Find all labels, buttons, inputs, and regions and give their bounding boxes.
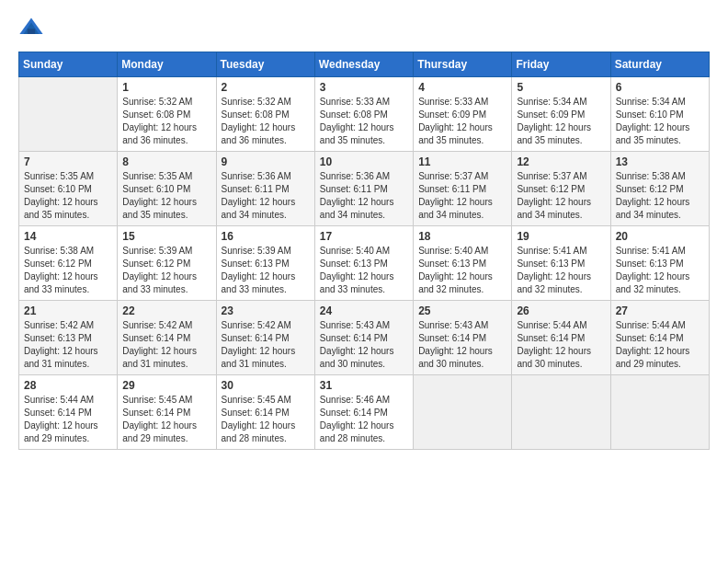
day-cell: 6Sunrise: 5:34 AMSunset: 6:10 PMDaylight…: [610, 77, 709, 152]
day-cell: 8Sunrise: 5:35 AMSunset: 6:10 PMDaylight…: [118, 152, 216, 226]
day-cell: 3Sunrise: 5:33 AMSunset: 6:08 PMDaylight…: [314, 77, 413, 152]
day-number: 24: [320, 304, 408, 317]
day-number: 1: [122, 81, 210, 94]
day-cell: 4Sunrise: 5:33 AMSunset: 6:09 PMDaylight…: [414, 77, 512, 152]
day-info: Sunrise: 5:40 AMSunset: 6:13 PMDaylight:…: [320, 245, 408, 296]
day-number: 2: [222, 81, 310, 94]
day-number: 26: [517, 304, 605, 317]
day-info: Sunrise: 5:38 AMSunset: 6:12 PMDaylight:…: [616, 170, 704, 222]
day-cell: 7Sunrise: 5:35 AMSunset: 6:10 PMDaylight…: [19, 152, 118, 226]
day-info: Sunrise: 5:45 AMSunset: 6:14 PMDaylight:…: [122, 394, 210, 445]
logo-icon: [18, 15, 44, 40]
day-number: 20: [616, 230, 704, 243]
day-header-wednesday: Wednesday: [314, 52, 413, 77]
day-cell: 13Sunrise: 5:38 AMSunset: 6:12 PMDayligh…: [610, 152, 709, 226]
day-info: Sunrise: 5:43 AMSunset: 6:14 PMDaylight:…: [320, 319, 408, 371]
day-cell: 5Sunrise: 5:34 AMSunset: 6:09 PMDaylight…: [512, 77, 610, 152]
day-info: Sunrise: 5:36 AMSunset: 6:11 PMDaylight:…: [320, 170, 408, 222]
day-info: Sunrise: 5:42 AMSunset: 6:14 PMDaylight:…: [122, 319, 210, 371]
day-cell: 15Sunrise: 5:39 AMSunset: 6:12 PMDayligh…: [118, 226, 216, 301]
day-header-saturday: Saturday: [610, 52, 709, 77]
day-cell: 20Sunrise: 5:41 AMSunset: 6:13 PMDayligh…: [610, 226, 709, 301]
week-row-5: 28Sunrise: 5:44 AMSunset: 6:14 PMDayligh…: [19, 375, 710, 450]
day-number: 28: [24, 379, 112, 392]
day-cell: 17Sunrise: 5:40 AMSunset: 6:13 PMDayligh…: [314, 226, 413, 301]
day-cell: [19, 77, 118, 152]
day-info: Sunrise: 5:36 AMSunset: 6:11 PMDaylight:…: [222, 170, 310, 222]
day-info: Sunrise: 5:44 AMSunset: 6:14 PMDaylight:…: [517, 319, 605, 371]
day-number: 5: [517, 81, 605, 94]
day-header-tuesday: Tuesday: [216, 52, 314, 77]
day-header-monday: Monday: [118, 52, 216, 77]
day-info: Sunrise: 5:35 AMSunset: 6:10 PMDaylight:…: [122, 170, 210, 222]
day-cell: [512, 375, 610, 450]
day-cell: 27Sunrise: 5:44 AMSunset: 6:14 PMDayligh…: [610, 301, 709, 375]
day-number: 15: [122, 230, 210, 243]
day-info: Sunrise: 5:41 AMSunset: 6:13 PMDaylight:…: [517, 245, 605, 296]
day-number: 9: [222, 155, 310, 168]
day-number: 8: [122, 155, 210, 168]
day-info: Sunrise: 5:40 AMSunset: 6:13 PMDaylight:…: [418, 245, 506, 296]
day-number: 14: [24, 230, 112, 243]
day-info: Sunrise: 5:34 AMSunset: 6:09 PMDaylight:…: [517, 96, 605, 147]
day-header-friday: Friday: [512, 52, 610, 77]
day-info: Sunrise: 5:38 AMSunset: 6:12 PMDaylight:…: [24, 245, 112, 296]
day-number: 21: [24, 304, 112, 317]
day-info: Sunrise: 5:39 AMSunset: 6:13 PMDaylight:…: [222, 245, 310, 296]
header: [18, 15, 710, 40]
calendar-table: SundayMondayTuesdayWednesdayThursdayFrid…: [18, 52, 710, 450]
day-number: 29: [122, 379, 210, 392]
day-cell: 16Sunrise: 5:39 AMSunset: 6:13 PMDayligh…: [216, 226, 314, 301]
day-number: 3: [320, 81, 408, 94]
week-row-3: 14Sunrise: 5:38 AMSunset: 6:12 PMDayligh…: [19, 226, 710, 301]
day-cell: 14Sunrise: 5:38 AMSunset: 6:12 PMDayligh…: [19, 226, 118, 301]
day-cell: 10Sunrise: 5:36 AMSunset: 6:11 PMDayligh…: [314, 152, 413, 226]
day-info: Sunrise: 5:43 AMSunset: 6:14 PMDaylight:…: [418, 319, 506, 371]
day-cell: 21Sunrise: 5:42 AMSunset: 6:13 PMDayligh…: [19, 301, 118, 375]
day-number: 4: [418, 81, 506, 94]
day-number: 23: [222, 304, 310, 317]
day-info: Sunrise: 5:37 AMSunset: 6:11 PMDaylight:…: [418, 170, 506, 222]
week-row-1: 1Sunrise: 5:32 AMSunset: 6:08 PMDaylight…: [19, 77, 710, 152]
week-row-2: 7Sunrise: 5:35 AMSunset: 6:10 PMDaylight…: [19, 152, 710, 226]
day-info: Sunrise: 5:44 AMSunset: 6:14 PMDaylight:…: [24, 394, 112, 445]
day-header-thursday: Thursday: [414, 52, 512, 77]
day-cell: [414, 375, 512, 450]
day-cell: 9Sunrise: 5:36 AMSunset: 6:11 PMDaylight…: [216, 152, 314, 226]
svg-rect-2: [28, 29, 35, 34]
day-info: Sunrise: 5:37 AMSunset: 6:12 PMDaylight:…: [517, 170, 605, 222]
day-number: 7: [24, 155, 112, 168]
day-info: Sunrise: 5:39 AMSunset: 6:12 PMDaylight:…: [122, 245, 210, 296]
day-number: 22: [122, 304, 210, 317]
day-cell: 24Sunrise: 5:43 AMSunset: 6:14 PMDayligh…: [314, 301, 413, 375]
day-info: Sunrise: 5:42 AMSunset: 6:14 PMDaylight:…: [222, 319, 310, 371]
day-header-sunday: Sunday: [19, 52, 118, 77]
day-cell: 12Sunrise: 5:37 AMSunset: 6:12 PMDayligh…: [512, 152, 610, 226]
day-info: Sunrise: 5:34 AMSunset: 6:10 PMDaylight:…: [616, 96, 704, 147]
day-number: 17: [320, 230, 408, 243]
day-cell: 23Sunrise: 5:42 AMSunset: 6:14 PMDayligh…: [216, 301, 314, 375]
day-number: 30: [222, 379, 310, 392]
day-info: Sunrise: 5:44 AMSunset: 6:14 PMDaylight:…: [616, 319, 704, 371]
day-number: 11: [418, 155, 506, 168]
week-row-4: 21Sunrise: 5:42 AMSunset: 6:13 PMDayligh…: [19, 301, 710, 375]
day-number: 16: [222, 230, 310, 243]
page: SundayMondayTuesdayWednesdayThursdayFrid…: [0, 0, 728, 563]
day-cell: 25Sunrise: 5:43 AMSunset: 6:14 PMDayligh…: [414, 301, 512, 375]
day-info: Sunrise: 5:42 AMSunset: 6:13 PMDaylight:…: [24, 319, 112, 371]
day-number: 18: [418, 230, 506, 243]
day-number: 13: [616, 155, 704, 168]
logo: [18, 15, 48, 40]
day-number: 27: [616, 304, 704, 317]
day-headers-row: SundayMondayTuesdayWednesdayThursdayFrid…: [19, 52, 710, 77]
day-cell: 30Sunrise: 5:45 AMSunset: 6:14 PMDayligh…: [216, 375, 314, 450]
day-info: Sunrise: 5:33 AMSunset: 6:08 PMDaylight:…: [320, 96, 408, 147]
day-cell: 31Sunrise: 5:46 AMSunset: 6:14 PMDayligh…: [314, 375, 413, 450]
day-info: Sunrise: 5:32 AMSunset: 6:08 PMDaylight:…: [122, 96, 210, 147]
day-number: 10: [320, 155, 408, 168]
day-number: 19: [517, 230, 605, 243]
day-cell: 2Sunrise: 5:32 AMSunset: 6:08 PMDaylight…: [216, 77, 314, 152]
day-info: Sunrise: 5:45 AMSunset: 6:14 PMDaylight:…: [222, 394, 310, 445]
day-number: 31: [320, 379, 408, 392]
day-info: Sunrise: 5:41 AMSunset: 6:13 PMDaylight:…: [616, 245, 704, 296]
